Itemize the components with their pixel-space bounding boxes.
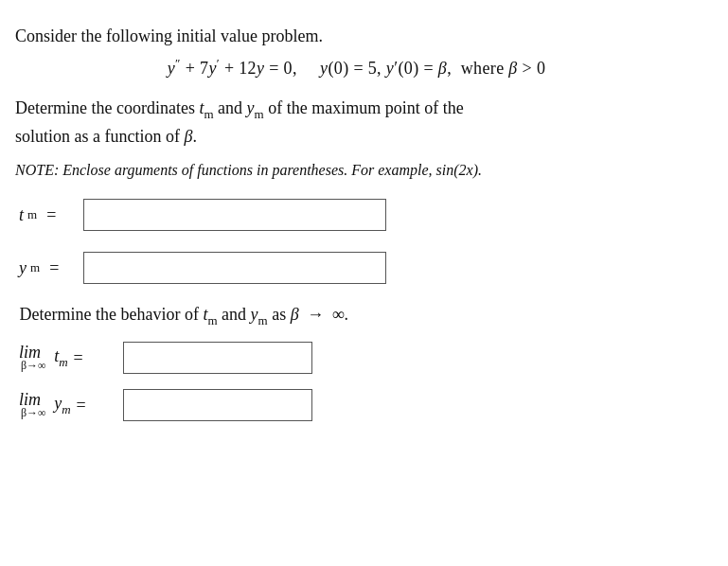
ym-equals: = (49, 258, 59, 278)
ym-input[interactable] (83, 252, 386, 284)
ym-input-row: ym = (19, 252, 698, 284)
determine-text: Determine the coordinates tm and ym of t… (15, 96, 698, 150)
tm-label: tm = (19, 205, 83, 225)
tm-equals: = (46, 205, 56, 225)
limit-ym-equals: = (77, 396, 86, 416)
tm-input-row: tm = (19, 199, 698, 231)
ym-label: ym = (19, 258, 83, 278)
limit-tm-var: tm (50, 346, 68, 370)
limit-ym-row: lim β→∞ ym = (19, 389, 698, 421)
lim-sub-ym: β→∞ (19, 406, 46, 420)
note-text: NOTE: Enclose arguments of functions in … (15, 159, 698, 182)
limit-tm-input[interactable] (123, 342, 312, 374)
limit-ym-var: ym (50, 394, 71, 417)
limit-tm-label: lim β→∞ tm = (19, 343, 123, 373)
limit-ym-label: lim β→∞ ym = (19, 390, 123, 420)
equation: y″ + 7y′ + 12y = 0, y(0) = 5, y′(0) = β,… (15, 56, 698, 79)
limit-ym-input[interactable] (123, 389, 312, 421)
behavior-text: Determine the behavior of tm and ym as β… (15, 305, 698, 328)
tm-input[interactable] (83, 199, 386, 231)
intro-text: Consider the following initial value pro… (15, 23, 698, 50)
limit-tm-equals: = (74, 348, 83, 368)
limit-tm-row: lim β→∞ tm = (19, 342, 698, 374)
lim-sub-tm: β→∞ (19, 359, 46, 373)
